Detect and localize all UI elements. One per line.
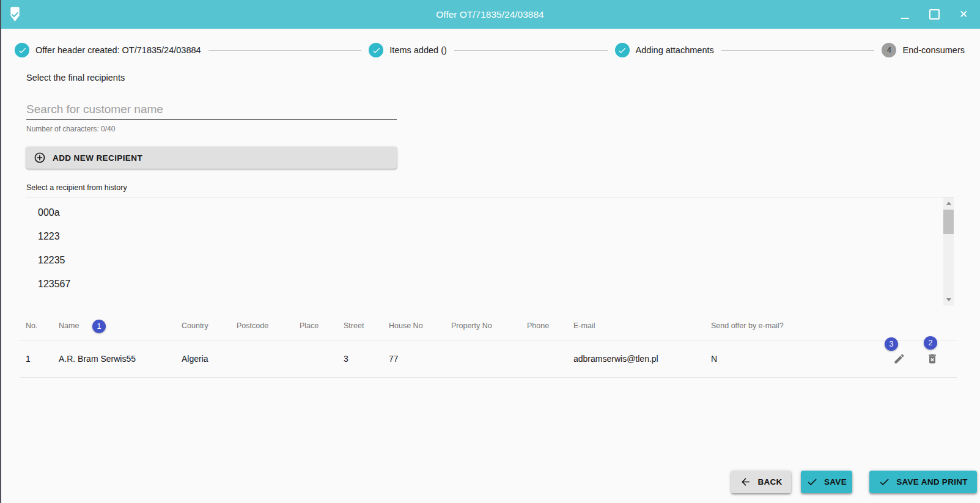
stepper-step-2[interactable]: Items added (): [369, 43, 447, 57]
maximize-icon: [929, 9, 940, 20]
back-label: BACK: [757, 477, 782, 486]
edit-recipient-button[interactable]: [892, 351, 907, 366]
scroll-up-icon: [946, 202, 951, 205]
history-item[interactable]: 12235: [26, 248, 954, 272]
save-and-print-button[interactable]: SAVE AND PRINT: [869, 471, 977, 493]
cell-send-offer: N: [711, 354, 865, 364]
delete-recipient-button[interactable]: [925, 351, 940, 366]
char-count-helper: Number of characters: 0/40: [26, 125, 115, 133]
history-item[interactable]: 000a: [26, 200, 954, 224]
stepper-step-3[interactable]: Adding attachments: [615, 43, 714, 57]
edit-icon: [893, 353, 905, 365]
step-4-label: End-consumers: [902, 45, 965, 55]
column-header-phone: Phone: [527, 321, 573, 330]
back-button[interactable]: BACK: [731, 471, 791, 493]
recipients-table: No. Name Country Postcode Place Street H…: [20, 312, 957, 378]
save-check-icon: [806, 476, 818, 488]
column-header-send-offer: Send offer by e-mail?: [711, 321, 865, 330]
step-1-label: Offer header created: OT/71835/24/03884: [35, 45, 201, 55]
delete-icon: [926, 353, 938, 365]
step-4-number: 4: [882, 43, 896, 57]
save-and-print-label: SAVE AND PRINT: [896, 477, 968, 486]
column-header-name: Name: [59, 321, 182, 330]
window-title: Offer OT/71835/24/03884: [0, 0, 980, 29]
table-header-row: No. Name Country Postcode Place Street H…: [20, 312, 957, 340]
scroll-down-button[interactable]: [943, 295, 954, 304]
stepper-step-1[interactable]: Offer header created: OT/71835/24/03884: [15, 43, 201, 57]
close-button[interactable]: ✕: [954, 6, 973, 24]
window-controls: ✕: [896, 0, 973, 29]
recipients-heading: Select the final recipients: [26, 73, 125, 83]
cell-name: A.R. Bram Serwis55: [59, 354, 182, 364]
step-3-check-icon: [615, 43, 630, 57]
scrollbar-thumb[interactable]: [943, 210, 954, 234]
cell-street: 3: [344, 354, 389, 364]
column-header-email: E-mail: [573, 321, 711, 330]
step-1-check-icon: [15, 43, 29, 57]
stepper-connector: [721, 50, 875, 51]
stepper-connector: [454, 50, 608, 51]
history-item[interactable]: 1223: [26, 224, 954, 248]
maximize-button[interactable]: [925, 6, 943, 24]
scroll-down-icon: [946, 298, 951, 301]
add-circle-icon: [34, 152, 46, 164]
column-header-street: Street: [344, 321, 389, 330]
app-window: Offer OT/71835/24/03884 ✕ Offer header c…: [0, 0, 980, 503]
minimize-button[interactable]: [896, 6, 914, 24]
cell-house-no: 77: [389, 354, 451, 364]
stepper-step-4[interactable]: 4 End-consumers: [882, 43, 965, 57]
annotation-badge-1: 1: [92, 320, 106, 333]
column-header-country: Country: [182, 321, 237, 330]
step-3-label: Adding attachments: [636, 45, 714, 55]
cell-no: 1: [26, 354, 59, 364]
add-new-recipient-label: ADD NEW RECIPIENT: [53, 153, 142, 163]
history-item[interactable]: 123567: [26, 272, 954, 296]
history-scrollbar[interactable]: [943, 197, 954, 306]
save-button[interactable]: SAVE: [801, 471, 852, 493]
save-print-check-icon: [879, 476, 890, 488]
save-label: SAVE: [824, 477, 847, 486]
annotation-badge-2: 2: [924, 336, 937, 350]
column-header-property-no: Property No: [451, 321, 527, 330]
recipient-history-list: 000a 1223 12235 123567: [26, 197, 954, 306]
annotation-badge-3: 3: [885, 337, 898, 351]
history-label: Select a recipient from history: [26, 183, 127, 192]
column-header-no: No.: [26, 321, 59, 330]
titlebar: Offer OT/71835/24/03884 ✕: [0, 0, 980, 29]
window-border: [0, 0, 1, 503]
stepper: Offer header created: OT/71835/24/03884 …: [15, 39, 965, 61]
table-row: 1 A.R. Bram Serwis55 Algeria 3 77 adbram…: [20, 340, 957, 378]
stepper-connector: [208, 50, 362, 51]
scroll-up-button[interactable]: [943, 199, 954, 208]
cell-email: adbramserwis@tlen.pl: [573, 354, 711, 364]
column-header-postcode: Postcode: [237, 321, 300, 330]
close-icon: ✕: [959, 9, 968, 20]
step-2-check-icon: [369, 43, 383, 57]
add-new-recipient-button[interactable]: ADD NEW RECIPIENT: [26, 147, 397, 169]
cell-country: Algeria: [182, 354, 237, 364]
column-header-house-no: House No: [389, 321, 451, 330]
row-actions: [865, 351, 957, 366]
minimize-icon: [901, 18, 909, 19]
customer-search-input[interactable]: [26, 99, 397, 120]
back-arrow-icon: [740, 476, 751, 488]
column-header-place: Place: [300, 321, 344, 330]
step-2-label: Items added (): [389, 45, 447, 55]
